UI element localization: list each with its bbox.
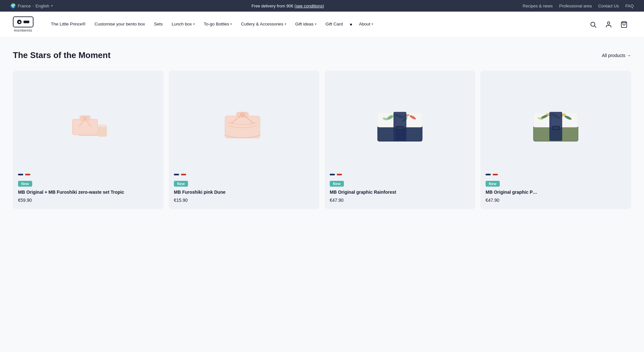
product-card-4[interactable]: New MB Original graphic P… €47.90	[480, 71, 631, 209]
nav-dot-separator	[350, 24, 352, 25]
svg-point-2	[607, 22, 610, 24]
svg-rect-44	[550, 112, 551, 140]
nav-item-sets[interactable]: Sets	[149, 12, 167, 37]
product-card-3[interactable]: New MB Original graphic Rainforest €47.9…	[325, 71, 475, 209]
search-button[interactable]	[586, 17, 600, 32]
language-label: English	[35, 4, 49, 8]
svg-line-1	[595, 26, 596, 27]
swatch-navy	[330, 174, 335, 175]
product-swatches-1	[13, 174, 164, 178]
chevron-down-icon: ▾	[285, 22, 286, 26]
section-title: The Stars of the Moment	[13, 50, 110, 60]
announcement-bar: Free delivery from 90€ (see conditions)	[251, 4, 324, 8]
product-price-2: €15.90	[174, 198, 314, 203]
svg-rect-11	[98, 125, 107, 137]
nav-label: About	[359, 22, 370, 26]
svg-rect-30	[394, 112, 395, 140]
product-price-3: €47.90	[330, 198, 470, 203]
product-swatches-2	[169, 174, 319, 178]
header: monbento The Little Prince® Customise yo…	[0, 12, 644, 37]
contact-link[interactable]: Contact Us	[598, 4, 619, 8]
locale-label: France	[18, 4, 31, 8]
product-image-1	[13, 71, 164, 174]
nav-label: Sets	[154, 22, 163, 26]
nav-item-lunch-box[interactable]: Lunch box ▾	[167, 12, 199, 37]
swatch-red	[25, 174, 30, 175]
nav-label: Lunch box	[172, 22, 192, 26]
nav-item-customise[interactable]: Customise your bento box	[90, 12, 150, 37]
swatch-navy	[18, 174, 23, 175]
logo-rect-icon	[24, 21, 29, 23]
logo-circle-inner	[19, 21, 20, 23]
chevron-down-icon: ▾	[315, 22, 317, 26]
nav-item-little-prince[interactable]: The Little Prince®	[46, 12, 90, 37]
header-icons	[586, 17, 631, 32]
product-image-3	[325, 71, 475, 174]
nav-item-about[interactable]: About ▾	[355, 12, 378, 37]
top-nav-links: Recipes & news Professional area Contact…	[523, 4, 634, 8]
new-badge-1: New	[18, 181, 32, 187]
flag-icon: 🌍	[10, 3, 16, 8]
announcement-text: Free delivery from 90€	[251, 4, 295, 8]
logo-text: monbento	[14, 28, 33, 32]
svg-rect-7	[73, 120, 97, 134]
section-header: The Stars of the Moment All products →	[13, 50, 631, 60]
swatch-red	[337, 174, 342, 175]
product-info-2: New MB Furoshiki pink Dune €15.90	[169, 178, 319, 209]
nav-item-cutlery[interactable]: Cutlery & Accessories ▾	[236, 12, 290, 37]
professional-link[interactable]: Professional area	[559, 4, 592, 8]
nav-label: Gift ideas	[295, 22, 314, 26]
product-image-4	[480, 71, 631, 174]
nav-label: The Little Prince®	[51, 22, 86, 26]
swatch-navy	[486, 174, 491, 175]
product-name-1: MB Original + MB Furoshiki zero-waste se…	[18, 189, 158, 196]
faq-link[interactable]: FAQ	[625, 4, 634, 8]
nav-item-gift-card[interactable]: Gift Card	[321, 12, 347, 37]
product-price-4: €47.90	[486, 198, 626, 203]
svg-rect-12	[99, 124, 106, 127]
product-grid: New MB Original + MB Furoshiki zero-wast…	[13, 71, 631, 209]
locale-separator: •	[33, 5, 33, 7]
locale-selector[interactable]: 🌍 France • English ▾	[10, 3, 53, 8]
svg-rect-32	[397, 127, 403, 129]
product-swatches-4	[480, 174, 631, 178]
product-card-2[interactable]: New MB Furoshiki pink Dune €15.90	[169, 71, 319, 209]
nav-item-togo-bottles[interactable]: To-go Bottles ▾	[199, 12, 237, 37]
logo-box	[13, 16, 33, 27]
product-info-3: New MB Original graphic Rainforest €47.9…	[325, 178, 475, 209]
svg-point-0	[591, 22, 595, 26]
recipes-link[interactable]: Recipes & news	[523, 4, 553, 8]
nav-label: Gift Card	[326, 22, 343, 26]
nav-item-gift-ideas[interactable]: Gift ideas ▾	[291, 12, 321, 37]
svg-rect-46	[553, 127, 559, 129]
new-badge-2: New	[174, 181, 188, 187]
product-info-4: New MB Original graphic P… €47.90	[480, 178, 631, 209]
product-name-3: MB Original graphic Rainforest	[330, 189, 470, 196]
product-name-2: MB Furoshiki pink Dune	[174, 189, 314, 196]
cart-button[interactable]	[617, 17, 631, 32]
nav-label: Customise your bento box	[95, 22, 145, 26]
nav-label: Cutlery & Accessories	[241, 22, 283, 26]
logo-circle-icon	[17, 20, 22, 24]
all-products-link[interactable]: All products →	[602, 53, 631, 58]
new-badge-3: New	[330, 181, 344, 187]
chevron-down-icon: ▾	[230, 22, 232, 26]
main-content: The Stars of the Moment All products →	[0, 37, 644, 229]
product-price-1: €59.90	[18, 198, 158, 203]
announcement-link[interactable]: (see conditions)	[295, 4, 324, 8]
svg-rect-14	[225, 116, 260, 138]
swatch-red	[181, 174, 186, 175]
swatch-red	[493, 174, 498, 175]
top-bar: 🌍 France • English ▾ Free delivery from …	[0, 0, 644, 12]
chevron-down-icon: ▾	[372, 22, 373, 26]
account-button[interactable]	[601, 17, 616, 32]
swatch-navy	[174, 174, 179, 175]
logo[interactable]: monbento	[13, 16, 33, 32]
chevron-down-icon: ▾	[193, 22, 195, 26]
new-badge-4: New	[486, 181, 500, 187]
product-card-1[interactable]: New MB Original + MB Furoshiki zero-wast…	[13, 71, 164, 209]
main-nav: The Little Prince® Customise your bento …	[46, 12, 586, 37]
locale-arrow-icon: ▾	[51, 4, 53, 7]
product-name-4: MB Original graphic P…	[486, 189, 626, 196]
product-image-2	[169, 71, 319, 174]
